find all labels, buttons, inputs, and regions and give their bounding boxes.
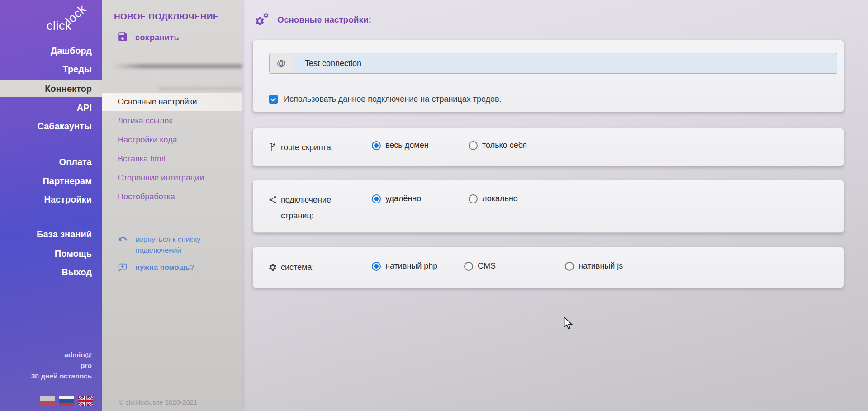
radio-local[interactable]: локально	[469, 194, 518, 203]
tab-postprocessing[interactable]: Постобработка	[102, 188, 242, 206]
radio-circle[interactable]	[469, 141, 478, 150]
save-floppy-icon	[117, 31, 128, 44]
need-help-link[interactable]: нужна помощь?	[118, 262, 194, 274]
main-sidebar: click lock Дашборд Треды Коннектор API С…	[0, 0, 102, 411]
pages-label: подключение страниц:	[281, 192, 349, 224]
radio-label: CMS	[478, 261, 496, 271]
undo-arrow-icon	[118, 234, 128, 255]
radio-label: весь домен	[385, 141, 429, 150]
russia-flag-icon[interactable]	[59, 396, 74, 406]
app-window: click lock Дашборд Треды Коннектор API С…	[0, 0, 868, 411]
radio-native-js[interactable]: нативный js	[565, 261, 623, 271]
sidebar-item-help[interactable]: Помощь	[0, 246, 102, 262]
sidebar-item-knowledge-base[interactable]: База знаний	[0, 226, 102, 242]
help-link-label: нужна помощь?	[135, 262, 194, 274]
radio-circle[interactable]	[464, 262, 473, 271]
tab-third-party[interactable]: Сторонние интеграции	[102, 169, 242, 187]
header-divider	[113, 64, 242, 68]
route-setting-card: route скрипта: весь домен только себя	[252, 128, 844, 166]
pages-setting-card: подключение страниц: удалённо локально	[252, 180, 844, 233]
system-setting-card: система: нативный php CMS нативный js	[252, 247, 844, 288]
radio-label: нативный js	[579, 261, 623, 271]
at-prefix: @	[269, 53, 293, 74]
add-comment-icon	[118, 262, 128, 274]
account-user: admin@	[0, 351, 92, 359]
sidebar-item-threads[interactable]: Треды	[0, 61, 102, 77]
gear-icon	[268, 263, 278, 273]
section-header: Основные настройки:	[255, 12, 371, 28]
back-to-connections-link[interactable]: вернуться к списку подключений	[118, 234, 222, 255]
radio-remote[interactable]: удалённо	[372, 194, 421, 203]
radio-circle[interactable]	[372, 262, 381, 271]
radio-circle[interactable]	[469, 194, 478, 203]
tab-html-insert[interactable]: Вставка html	[102, 150, 242, 168]
connection-name-card: @ Использовать данное подключение на стр…	[252, 40, 844, 112]
route-icon	[268, 142, 278, 152]
connection-name-input[interactable]	[293, 53, 837, 74]
radio-label: только себя	[482, 141, 527, 150]
use-on-threads-checkbox[interactable]	[269, 95, 278, 104]
radio-label: удалённо	[385, 194, 421, 203]
radio-only-self[interactable]: только себя	[469, 141, 527, 150]
account-days-left: 30 дней осталось	[0, 372, 92, 380]
tab-general-settings[interactable]: Основные настройки	[102, 93, 242, 111]
radio-circle[interactable]	[565, 262, 574, 271]
use-on-threads-label[interactable]: Использовать данное подключение на стран…	[284, 94, 502, 104]
sidebar-item-logout[interactable]: Выход	[0, 264, 102, 280]
uk-flag-icon[interactable]	[78, 396, 93, 406]
system-label: система:	[281, 260, 367, 275]
radio-label: локально	[482, 194, 518, 203]
radio-whole-domain[interactable]: весь домен	[372, 141, 429, 150]
sidebar-item-payment[interactable]: Оплата	[0, 154, 102, 170]
sidebar-item-subaccounts[interactable]: Сабакаунты	[0, 118, 102, 134]
gears-icon	[255, 12, 270, 28]
sidebar-item-settings[interactable]: Настройки	[0, 191, 102, 208]
poland-flag-icon[interactable]	[40, 396, 55, 406]
back-link-label: вернуться к списку подключений	[135, 234, 222, 255]
use-on-threads-row: Использовать данное подключение на стран…	[269, 94, 502, 104]
clicklock-logo[interactable]: click lock	[0, 10, 102, 42]
radio-native-php[interactable]: нативный php	[372, 261, 437, 271]
header-divider-2	[158, 87, 242, 90]
sidebar-item-partners[interactable]: Партнерам	[0, 173, 102, 189]
radio-circle[interactable]	[372, 141, 381, 150]
share-icon	[268, 195, 278, 205]
route-label: route скрипта:	[281, 140, 367, 156]
tab-code-settings[interactable]: Настройки кода	[102, 131, 242, 149]
radio-circle[interactable]	[372, 194, 381, 203]
section-title: Основные настройки:	[277, 15, 371, 25]
account-plan: pro	[0, 362, 92, 370]
sidebar-item-dashboard[interactable]: Дашборд	[0, 43, 102, 59]
language-switcher	[40, 396, 93, 406]
mouse-cursor	[564, 317, 574, 330]
save-button[interactable]: сохранить	[117, 31, 179, 44]
radio-cms[interactable]: CMS	[464, 261, 496, 271]
sidebar-item-connector[interactable]: Коннектор	[0, 80, 102, 97]
sidebar-item-api[interactable]: API	[0, 99, 102, 116]
save-button-label: сохранить	[135, 33, 179, 43]
connection-sidebar: НОВОЕ ПОДКЛЮЧЕНИЕ сохранить Основные нас…	[102, 0, 242, 411]
copyright-text: © clicklock.site 2020-2021	[119, 398, 197, 406]
tab-link-logic[interactable]: Логика ссылок	[102, 112, 242, 130]
radio-label: нативный php	[385, 261, 437, 271]
connection-title: НОВОЕ ПОДКЛЮЧЕНИЕ	[114, 12, 219, 22]
connection-name-group: @	[269, 53, 837, 74]
